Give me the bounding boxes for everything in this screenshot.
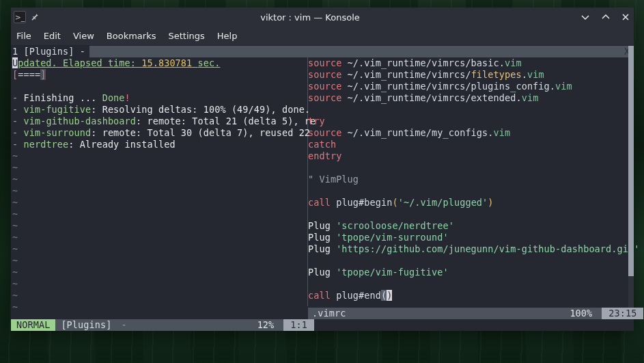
code-line: " VimPlug [308, 174, 639, 185]
code-line [308, 104, 639, 116]
empty-line-tilde: ~ [12, 174, 307, 185]
code-line: Plug 'scrooloose/nerdtree' [308, 220, 639, 232]
code-line: source ~/.vim_runtime/vimrcs/extended.vi… [308, 92, 639, 104]
app-icon: >_ [14, 11, 26, 23]
mode-indicator: NORMAL [11, 319, 55, 331]
window-title: viktor : vim — Konsole [260, 12, 360, 23]
code-line [308, 278, 639, 290]
konsole-window: >_ viktor : vim — Konsole File Edit View… [11, 8, 634, 331]
empty-line-tilde: ~ [12, 290, 307, 301]
scrollbar-track[interactable] [628, 46, 634, 308]
code-line [308, 209, 639, 220]
right-percent: 100% [560, 308, 602, 319]
code-line [308, 185, 639, 197]
maximize-button[interactable] [601, 12, 611, 22]
left-modified: - [117, 319, 130, 331]
empty-line-tilde: ~ [12, 220, 307, 232]
menu-edit[interactable]: Edit [44, 31, 61, 41]
menubar: File Edit View Bookmarks Settings Help [11, 27, 634, 46]
code-line: call plug#begin('~/.vim/plugged') [308, 197, 639, 209]
code-line: endtry [308, 150, 639, 162]
left-filename: [Plugins] [55, 319, 117, 331]
vim-tab[interactable]: 1 [Plugins] - [11, 46, 87, 57]
plugin-line: - nerdtree: Already installed [12, 139, 307, 150]
vim-tabline: 1 [Plugins] - X [11, 46, 634, 57]
plugin-line: - vim-github-dashboard: remote: Total 21… [12, 116, 307, 127]
menu-view[interactable]: View [73, 31, 94, 41]
empty-line-tilde: ~ [12, 162, 307, 174]
progress-bar: ==== [18, 69, 40, 80]
code-line: Plug 'tpope/vim-surround' [308, 232, 639, 243]
elapsed-time: 15.830781 [136, 57, 198, 68]
empty-line-tilde: ~ [12, 150, 307, 162]
empty-line-tilde: ~ [12, 185, 307, 197]
cursor: U [12, 57, 18, 68]
code-line: source ~/.vim_runtime/vimrcs/filetypes.v… [308, 69, 639, 81]
pin-icon[interactable] [30, 12, 40, 23]
code-line: catch [308, 139, 639, 150]
finishing-label: Finishing ... [23, 92, 102, 103]
left-percent: 12% [248, 319, 284, 331]
menu-settings[interactable]: Settings [168, 31, 204, 41]
code-line [308, 162, 639, 174]
code-line [308, 255, 639, 267]
code-line: call plug#end() [308, 290, 639, 301]
code-line: try [308, 116, 639, 127]
terminal-area[interactable]: 1 [Plugins] - X Updated. Elapsed time: 1… [11, 46, 634, 331]
right-position: 23:15 [602, 308, 643, 319]
code-line: source ~/.vim_runtime/vimrcs/basic.vim [308, 57, 639, 69]
updated-sec: sec. [198, 57, 221, 68]
left-pane[interactable]: Updated. Elapsed time: 15.830781 sec. [=… [11, 57, 307, 319]
empty-line-tilde: ~ [12, 267, 307, 278]
code-line: Plug 'https://github.com/junegunn/vim-gi… [308, 243, 639, 255]
close-button[interactable] [621, 13, 630, 21]
scrollbar-thumb[interactable] [628, 46, 634, 276]
tabline-fill [89, 46, 620, 57]
menu-bookmarks[interactable]: Bookmarks [107, 31, 156, 41]
right-pane[interactable]: source ~/.vim_runtime/vimrcs/basic.vimso… [308, 57, 643, 319]
updated-msg: pdated. Elapsed time: [18, 57, 136, 68]
left-statusline: NORMAL [Plugins] - 12% 1:1 [11, 319, 314, 331]
left-position: 1:1 [283, 319, 314, 331]
right-filename: .vimrc [308, 308, 350, 319]
code-line: source ~/.vim_runtime/my_configs.vim [308, 127, 639, 139]
plugin-line: - vim-surround: remote: Total 30 (delta … [12, 127, 307, 139]
empty-line-tilde: ~ [12, 197, 307, 209]
menu-help[interactable]: Help [217, 31, 238, 41]
empty-line-tilde: ~ [12, 243, 307, 255]
empty-line-tilde: ~ [12, 278, 307, 290]
minimize-button[interactable] [580, 12, 590, 22]
empty-line-tilde: ~ [12, 209, 307, 220]
plugin-line: - vim-fugitive: Resolving deltas: 100% (… [12, 104, 307, 116]
empty-line-tilde: ~ [12, 255, 307, 267]
titlebar[interactable]: >_ viktor : vim — Konsole [11, 8, 634, 27]
code-line: source ~/.vim_runtime/vimrcs/plugins_con… [308, 81, 639, 92]
code-line: Plug 'tpope/vim-fugitive' [308, 267, 639, 278]
right-statusline: .vimrc 100% 23:15 [308, 308, 643, 319]
empty-line-tilde: ~ [12, 301, 307, 313]
finishing-done: Done [102, 92, 125, 103]
empty-line-tilde: ~ [12, 232, 307, 243]
menu-file[interactable]: File [16, 31, 31, 41]
